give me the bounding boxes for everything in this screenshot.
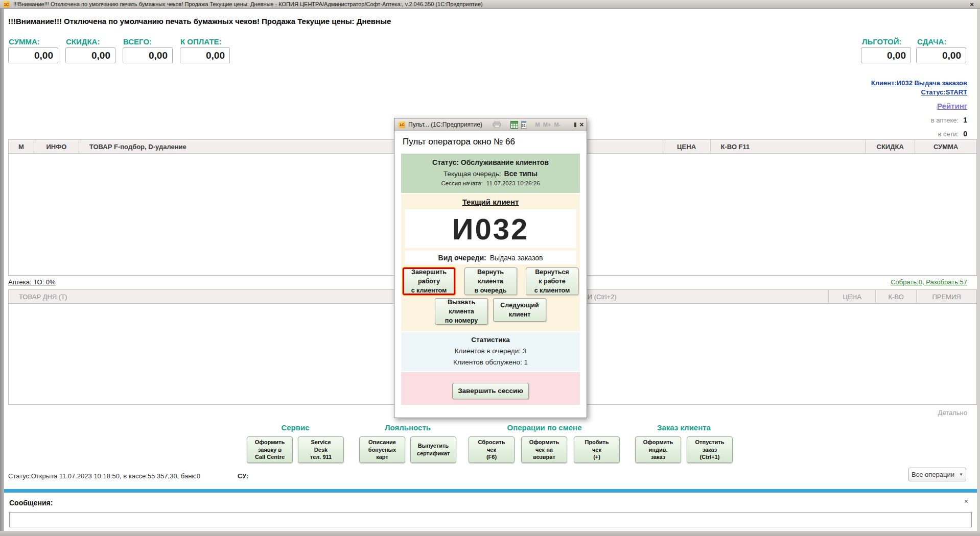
dialog-close-icon[interactable]: × xyxy=(579,120,584,129)
memory-minus-icon[interactable]: M- xyxy=(554,121,561,128)
col-price: ЦЕНА xyxy=(663,140,711,153)
group-loyalty: Лояльность Описание бонусных карт Выпуст… xyxy=(359,423,456,463)
call-client-by-number-button[interactable]: Вызвать клиента по номеру xyxy=(435,298,488,325)
group-shift-operations: Операции по смене Сбросить чек (F6) Офор… xyxy=(469,423,620,463)
queue-kind-line: Вид очереди:Выдача заказов xyxy=(405,251,576,264)
to-pay-label: К ОПЛАТЕ: xyxy=(180,37,222,46)
dialog-titlebar[interactable]: 1С Пульт... (1С:Предприятие) 31 M M+ M- … xyxy=(394,118,587,131)
messages-input[interactable] xyxy=(9,512,972,527)
in-network-counter: в сети:0 xyxy=(938,130,967,138)
in-network-value: 0 xyxy=(963,130,967,138)
in-pharmacy-counter: в аптеке:1 xyxy=(931,116,967,124)
refund-receipt-button[interactable]: Оформить чек на возврат xyxy=(521,436,567,463)
next-client-button[interactable]: Следующий клиент xyxy=(493,298,546,322)
col-day-bonus: ПРЕМИЯ xyxy=(917,290,976,303)
clients-served-text: Клиентов обслужено: 1 xyxy=(401,358,580,366)
total-field[interactable]: 0,00 xyxy=(123,47,173,63)
chevron-down-icon: ▼ xyxy=(959,472,963,477)
dialog-heading: Пульт оператора окно № 66 xyxy=(394,131,587,154)
current-client-panel: Текщий клиент И032 Вид очереди:Выдача за… xyxy=(401,194,580,331)
group-client-order: Заказ клиента Оформить индив. заказ Отпу… xyxy=(635,423,733,463)
discount-field[interactable]: 0,00 xyxy=(65,47,115,63)
in-pharmacy-label: в аптеке: xyxy=(931,116,959,124)
window-title: !!!Внимание!!! Отключена по умолчанию пе… xyxy=(13,1,483,7)
messages-splitter[interactable] xyxy=(4,489,977,493)
left-window-edge xyxy=(0,9,4,536)
session-start-value: 11.07.2023 10:26:26 xyxy=(486,180,540,186)
return-client-to-queue-button[interactable]: Вернуть клиента в очередь xyxy=(464,267,517,295)
group-service-title: Сервис xyxy=(247,423,344,432)
dialog-title: Пульт... (1С:Предприятие) xyxy=(408,121,482,128)
1c-logo-icon: 1С xyxy=(399,121,405,128)
end-session-panel: Завершить сессию xyxy=(401,372,580,405)
end-session-button[interactable]: Завершить сессию xyxy=(452,383,529,399)
calculator-icon[interactable] xyxy=(510,121,518,129)
queue-kind-label: Вид очереди: xyxy=(438,254,486,262)
return-to-work-button[interactable]: Вернуться к работе с клиентом xyxy=(526,267,578,295)
warning-banner: !!!Внимание!!! Отключена по умолчанию пе… xyxy=(8,17,391,26)
in-pharmacy-value: 1 xyxy=(963,116,967,124)
statistics-header: Статистика xyxy=(401,336,580,344)
discount-label: СКИДКА: xyxy=(66,37,100,46)
client-status-link[interactable]: Статус:START xyxy=(921,88,967,96)
statistics-panel: Статистика Клиентов в очереди: 3 Клиенто… xyxy=(401,332,580,371)
calendar-icon[interactable]: 31 xyxy=(521,121,526,129)
1c-logo-icon: 1С xyxy=(3,1,10,8)
col-qty: К-ВО F11 xyxy=(711,140,866,153)
issue-certificate-button[interactable]: Выпустить сертификат xyxy=(410,436,456,463)
su-label: СУ: xyxy=(238,472,248,480)
col-day-price: ЦЕНА xyxy=(829,290,876,303)
right-window-edge xyxy=(977,9,980,536)
change-field[interactable]: 0,00 xyxy=(916,47,966,63)
current-queue-value: Все типы xyxy=(504,169,538,178)
reset-receipt-button[interactable]: Сбросить чек (F6) xyxy=(469,436,515,463)
call-centre-request-button[interactable]: Оформить заявку в Call Centre xyxy=(247,436,293,463)
shift-status-text: Статус:Открыта 11.07.2023 10:18:50, в ка… xyxy=(8,472,200,480)
in-network-label: в сети: xyxy=(938,130,959,138)
pharmacy-to-link[interactable]: Аптека: ТО: 0% xyxy=(8,278,56,286)
detail-link[interactable]: Детально xyxy=(938,409,967,417)
messages-close-icon[interactable]: × xyxy=(964,497,968,505)
col-sum: СУММА xyxy=(915,140,976,153)
current-client-header: Текщий клиент xyxy=(401,198,580,206)
sum-label: СУММА: xyxy=(9,37,40,46)
col-m: М xyxy=(9,140,34,153)
privilege-label: ЛЬГОТОЙ: xyxy=(862,37,902,46)
all-operations-button[interactable]: Все операции ▼ xyxy=(908,468,966,481)
bonus-cards-info-button[interactable]: Описание бонусных карт xyxy=(359,436,405,463)
total-label: ВСЕГО: xyxy=(123,37,152,46)
session-status-panel: Статус: Обслуживание клиентов Текущая оч… xyxy=(401,154,580,193)
assembly-link[interactable]: Собрать:0, Разобрать:57 xyxy=(891,278,967,286)
main-titlebar: 1С !!!Внимание!!! Отключена по умолчанию… xyxy=(0,0,980,9)
group-shift-title: Операции по смене xyxy=(469,423,620,432)
finish-client-button[interactable]: Завершить работу с клиентом xyxy=(403,267,455,295)
rating-link[interactable]: Рейтинг xyxy=(937,102,967,110)
col-actions: И (Ctrl+2) xyxy=(577,290,829,303)
punch-receipt-button[interactable]: Пробить чек (+) xyxy=(574,436,620,463)
clients-in-queue-text: Клиентов в очереди: 3 xyxy=(401,347,580,355)
window-close-icon[interactable]: × xyxy=(967,1,977,8)
release-order-button[interactable]: Отпустить заказ (Ctrl+1) xyxy=(687,436,733,463)
client-number-display: И032 xyxy=(405,209,576,248)
client-link[interactable]: Клиент:И032 Выдача заказов xyxy=(871,79,967,87)
sum-field[interactable]: 0,00 xyxy=(8,47,58,63)
col-discount: СКИДКА xyxy=(866,140,915,153)
group-loyalty-title: Лояльность xyxy=(359,423,456,432)
maximize-icon[interactable] xyxy=(574,123,576,127)
queue-kind-value: Выдача заказов xyxy=(490,254,543,262)
change-label: СДАЧА: xyxy=(917,37,946,46)
individual-order-button[interactable]: Оформить индив. заказ xyxy=(635,436,681,463)
privilege-field[interactable]: 0,00 xyxy=(861,47,911,63)
all-operations-label: Все операции xyxy=(912,471,954,478)
current-queue-text: Текущая очередь:Все типы xyxy=(401,169,580,178)
operator-console-dialog: 1С Пульт... (1С:Предприятие) 31 M M+ M- … xyxy=(394,118,587,418)
print-icon[interactable] xyxy=(493,121,501,128)
session-start-text: Сессия начата:11.07.2023 10:26:26 xyxy=(401,180,580,186)
memory-icon[interactable]: M xyxy=(535,121,540,128)
group-client-order-title: Заказ клиента xyxy=(635,423,733,432)
col-day-qty: К-ВО xyxy=(876,290,917,303)
memory-plus-icon[interactable]: M+ xyxy=(543,121,551,128)
col-info: ИНФО xyxy=(34,140,79,153)
to-pay-field[interactable]: 0,00 xyxy=(180,47,230,63)
service-desk-button[interactable]: Service Desk тел. 911 xyxy=(298,436,344,463)
